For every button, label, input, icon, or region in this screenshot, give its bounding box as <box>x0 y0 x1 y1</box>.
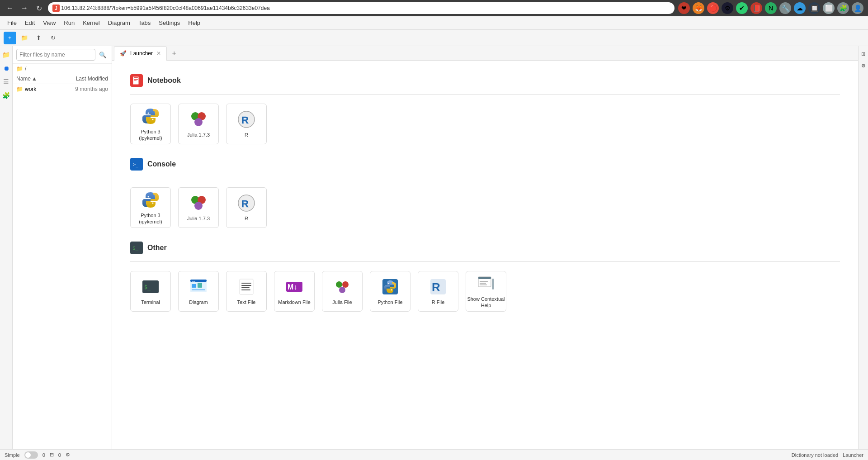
ext-icon-12[interactable]: 🧩 <box>837 2 849 14</box>
modified-column-header[interactable]: Last Modified <box>58 76 108 82</box>
forward-button[interactable]: → <box>19 3 30 14</box>
tab-close-button[interactable]: ✕ <box>156 50 161 57</box>
right-icon-1[interactable]: ⊞ <box>859 50 868 58</box>
refresh-icon: ↻ <box>51 34 56 41</box>
address-bar[interactable]: J 106.13.82.243:8888/?token=b5991a5f456f… <box>48 2 675 14</box>
diagram-card[interactable]: ●●● Diagram <box>178 271 219 312</box>
refresh-button[interactable]: ↻ <box>47 32 60 44</box>
open-folder-button[interactable]: 📁 <box>18 32 31 44</box>
mode-label: Simple <box>5 452 20 458</box>
settings-icon[interactable]: ⚙ <box>66 452 70 458</box>
running-sessions-icon[interactable]: ⏺ <box>1 63 11 73</box>
search-button[interactable]: 🔍 <box>97 49 108 60</box>
menu-kernel[interactable]: Kernel <box>79 19 104 27</box>
notebook-divider <box>130 94 840 95</box>
contextual-help-card[interactable]: Show Contextual Help <box>466 271 506 312</box>
launcher-tab[interactable]: 🚀 Launcher ✕ <box>114 46 167 61</box>
back-button[interactable]: ← <box>5 3 15 14</box>
ext-icon-10[interactable]: 🔲 <box>808 2 820 14</box>
right-icon-2[interactable]: ⚙ <box>859 62 868 70</box>
textfile-card[interactable]: Text File <box>226 271 267 312</box>
ext-icon-5[interactable]: ✔ <box>736 2 748 14</box>
name-column-header[interactable]: Name ▲ <box>16 76 58 82</box>
svg-text:R: R <box>241 114 249 126</box>
julia-notebook-card[interactable]: Julia 1.7.3 <box>178 104 219 144</box>
markdown-label: Markdown File <box>278 299 311 305</box>
svg-rect-33 <box>241 283 251 284</box>
svg-point-14 <box>148 196 149 197</box>
svg-point-39 <box>336 281 342 288</box>
menu-edit[interactable]: Edit <box>21 19 38 27</box>
main-area: 🚀 Launcher ✕ + <box>112 46 858 460</box>
ext-icon-6[interactable]: 📕 <box>750 2 762 14</box>
reload-button[interactable]: ↻ <box>33 3 44 14</box>
extensions-icon[interactable]: 🧩 <box>1 90 11 100</box>
svg-text:$_: $_ <box>132 245 139 251</box>
r-file-label: R File <box>432 299 445 305</box>
new-launcher-button[interactable]: + <box>4 32 16 44</box>
breadcrumb: 📁 / <box>13 64 112 74</box>
console-icon: >_ <box>130 158 143 171</box>
svg-rect-35 <box>241 287 250 288</box>
console-section-header: >_ Console <box>130 158 840 171</box>
python3-notebook-card[interactable]: Python 3(ipykernel) <box>130 104 171 144</box>
files-icon[interactable]: 📁 <box>1 50 11 60</box>
ext-icon-1[interactable]: ❤ <box>678 2 690 14</box>
ext-icon-7[interactable]: N <box>765 2 777 14</box>
r-console-card[interactable]: R R <box>226 187 267 228</box>
menu-settings[interactable]: Settings <box>155 19 184 27</box>
python3-console-icon <box>141 190 160 209</box>
terminal-icon: $_ <box>141 277 160 296</box>
menu-diagram[interactable]: Diagram <box>104 19 134 27</box>
julia-console-card[interactable]: Julia 1.7.3 <box>178 187 219 228</box>
ext-icon-9[interactable]: ☁ <box>794 2 806 14</box>
menu-help[interactable]: Help <box>184 19 204 27</box>
terminal-card[interactable]: $_ Terminal <box>130 271 171 312</box>
favicon: J <box>52 5 60 12</box>
markdown-card[interactable]: M↓ Markdown File <box>274 271 315 312</box>
svg-rect-32 <box>240 279 253 294</box>
r-file-card[interactable]: R R File <box>418 271 458 312</box>
ext-icon-3[interactable]: 🔴 <box>707 2 719 14</box>
upload-button[interactable]: ⬆ <box>33 32 45 44</box>
ext-icon-8[interactable]: 🔧 <box>779 2 791 14</box>
search-input[interactable] <box>16 49 95 61</box>
menu-run[interactable]: Run <box>60 19 78 27</box>
julia-file-card[interactable]: Julia File <box>322 271 363 312</box>
python3-console-card[interactable]: Python 3(ipykernel) <box>130 187 171 228</box>
julia-notebook-label: Julia 1.7.3 <box>187 132 210 138</box>
file-row[interactable]: 📁 work 9 months ago <box>13 84 112 94</box>
other-cards: $_ Terminal <box>130 271 840 312</box>
r-notebook-icon: R <box>237 110 256 129</box>
contextual-help-icon <box>476 274 495 293</box>
r-notebook-card[interactable]: R R <box>226 104 267 144</box>
menu-file[interactable]: File <box>4 19 20 27</box>
ext-icon-4[interactable]: ⚙ <box>722 2 733 14</box>
python-file-icon <box>381 277 400 296</box>
markdown-icon: M↓ <box>285 277 304 296</box>
svg-rect-29 <box>198 283 202 288</box>
tab-bar: 🚀 Launcher ✕ + <box>112 46 858 61</box>
python-file-card[interactable]: Python File <box>370 271 410 312</box>
ext-icon-11[interactable]: ⬜ <box>823 2 835 14</box>
svg-text:>_: >_ <box>133 162 139 167</box>
svg-rect-1 <box>134 77 138 78</box>
svg-rect-3 <box>134 81 137 81</box>
ext-icon-2[interactable]: 🦊 <box>693 2 704 14</box>
toolbar: + 📁 ⬆ ↻ <box>0 30 868 46</box>
menu-tabs[interactable]: Tabs <box>135 19 154 27</box>
ext-icon-13[interactable]: 👤 <box>852 2 863 14</box>
folder-icon-small: 📁 <box>16 66 23 72</box>
rocket-icon: 🚀 <box>120 50 127 57</box>
svg-rect-49 <box>480 281 488 282</box>
contextual-help-label: Show Contextual Help <box>466 296 506 309</box>
sort-arrow: ▲ <box>32 76 37 82</box>
commands-icon[interactable]: ☰ <box>1 77 11 87</box>
new-tab-button[interactable]: + <box>168 47 180 60</box>
julia-console-icon <box>189 194 208 213</box>
mode-toggle[interactable] <box>24 451 38 459</box>
other-icon: $_ <box>130 242 143 254</box>
svg-point-8 <box>194 118 203 126</box>
menu-view[interactable]: View <box>39 19 59 27</box>
dict-status: Dictionary not loaded <box>792 452 838 458</box>
